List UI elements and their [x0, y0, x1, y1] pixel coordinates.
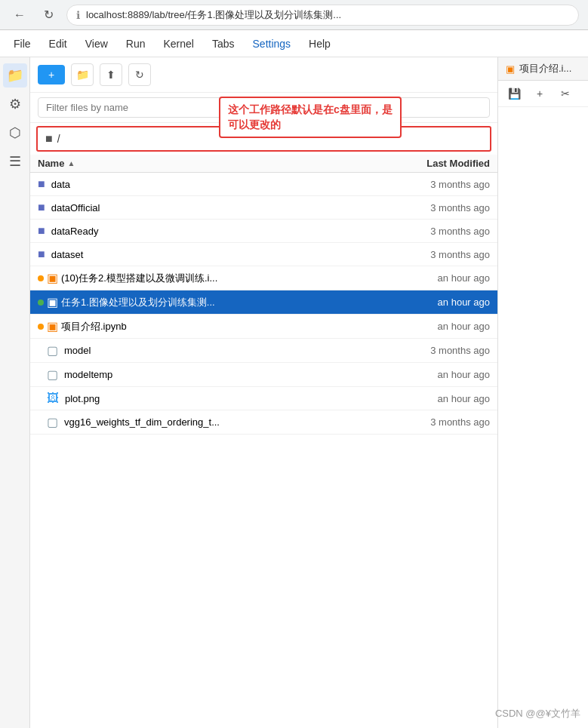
- file-row[interactable]: ▢ model 3 months ago: [30, 339, 497, 363]
- notebook-tab-label: 项目介绍.i...: [519, 62, 571, 75]
- file-modified: 3 months ago: [384, 416, 490, 428]
- file-modified: 3 months ago: [384, 345, 490, 356]
- file-modified: 3 months ago: [384, 249, 490, 260]
- folder-icon: ■: [38, 247, 45, 261]
- file-row[interactable]: ■ dataOfficial 3 months ago: [30, 196, 497, 220]
- file-modified: an hour ago: [384, 296, 490, 308]
- folder-plus-icon: 📁: [76, 69, 89, 81]
- file-modified: 3 months ago: [384, 202, 490, 213]
- file-list: ■ data 3 months ago ■ dataOfficial 3 mon…: [30, 173, 497, 728]
- cut-button[interactable]: ✂: [556, 84, 575, 103]
- file-modified: an hour ago: [384, 272, 490, 284]
- file-row[interactable]: ■ dataset 3 months ago: [30, 243, 497, 266]
- file-name: dataOfficial: [51, 202, 384, 213]
- annotation-text: 这个工作路径默认是在c盘里面，是可以更改的: [228, 103, 393, 131]
- right-panel-toolbar: 💾 + ✂: [498, 81, 588, 107]
- menu-kernel[interactable]: Kernel: [155, 35, 201, 53]
- file-toolbar: + 📁 ⬆ ↻: [30, 57, 497, 93]
- save-icon: 💾: [508, 88, 521, 100]
- file-icon: ▢: [47, 415, 58, 429]
- kernel-running-dot: [38, 299, 44, 306]
- image-icon: 🖼: [47, 392, 59, 405]
- file-name: (10)任务2.模型搭建以及微调训练.i...: [61, 272, 384, 285]
- file-icon: ▢: [47, 343, 58, 358]
- save-button[interactable]: 💾: [504, 84, 524, 103]
- folder-icon: ■: [38, 224, 45, 238]
- file-name: 项目介绍.ipynb: [61, 320, 384, 333]
- sidebar-extensions-icon[interactable]: ⬡: [3, 121, 27, 145]
- file-row[interactable]: ▣ 项目介绍.ipynb an hour ago: [30, 315, 497, 339]
- file-name: model: [64, 345, 384, 356]
- menu-bar: File Edit View Run Kernel Tabs Settings …: [0, 30, 588, 57]
- scissors-icon: ✂: [561, 88, 570, 100]
- col-modified-header[interactable]: Last Modified: [384, 158, 490, 169]
- menu-edit[interactable]: Edit: [42, 35, 75, 53]
- folder-icon: ■: [38, 177, 45, 191]
- new-folder-button[interactable]: 📁: [71, 63, 94, 86]
- file-row[interactable]: ▣ 任务1.图像处理以及划分训练集测... an hour ago: [30, 290, 497, 315]
- upload-button[interactable]: ⬆: [100, 63, 122, 86]
- browser-chrome: ← ↻ ℹ localhost:8889/lab/tree/任务1.图像处理以及…: [0, 0, 588, 30]
- add-cell-button[interactable]: +: [530, 84, 550, 103]
- path-text: /: [57, 133, 60, 145]
- menu-settings[interactable]: Settings: [245, 35, 299, 53]
- file-name: data: [51, 179, 384, 190]
- refresh-icon: ↻: [135, 69, 144, 81]
- back-button[interactable]: ←: [9, 5, 30, 26]
- menu-help[interactable]: Help: [301, 35, 338, 53]
- file-row[interactable]: 🖼 plot.png an hour ago: [30, 387, 497, 410]
- kernel-idle-dot: [38, 324, 44, 330]
- file-name: 任务1.图像处理以及划分训练集测...: [61, 296, 384, 309]
- main-content: + 📁 ⬆ ↻ ■ / Name ▲: [30, 57, 588, 728]
- kernel-idle-dot: [38, 275, 44, 281]
- new-button[interactable]: +: [38, 65, 65, 84]
- menu-view[interactable]: View: [78, 35, 115, 53]
- right-panel: ▣ 项目介绍.i... 💾 + ✂: [498, 57, 588, 728]
- notebook-tab-icon: ▣: [506, 63, 515, 75]
- file-row[interactable]: ■ data 3 months ago: [30, 173, 497, 196]
- menu-run[interactable]: Run: [119, 35, 153, 53]
- file-name: plot.png: [65, 393, 384, 404]
- sidebar-menu-icon[interactable]: ☰: [3, 149, 27, 174]
- file-name: dataReady: [51, 226, 384, 237]
- sidebar-settings-icon[interactable]: ⚙: [3, 92, 27, 116]
- file-row[interactable]: ▢ modeltemp an hour ago: [30, 363, 497, 387]
- sidebar-files-icon[interactable]: 📁: [3, 63, 27, 88]
- file-modified: an hour ago: [384, 393, 490, 404]
- file-row[interactable]: ▢ vgg16_weights_tf_dim_ordering_t... 3 m…: [30, 410, 497, 435]
- file-name: dataset: [51, 249, 384, 260]
- csdn-watermark: CSDN @@¥文竹羊: [495, 707, 580, 720]
- add-icon: +: [537, 88, 543, 100]
- col-name-header[interactable]: Name ▲: [38, 158, 384, 169]
- file-modified: an hour ago: [384, 369, 490, 380]
- upload-icon: ⬆: [106, 69, 115, 81]
- annotation-bubble: 这个工作路径默认是在c盘里面，是可以更改的: [219, 97, 402, 138]
- file-modified: 3 months ago: [384, 226, 490, 237]
- file-icon: ▢: [47, 367, 58, 382]
- menu-tabs[interactable]: Tabs: [205, 35, 242, 53]
- path-folder-icon: ■: [45, 132, 53, 146]
- notebook-icon: ▣: [47, 271, 58, 285]
- file-modified: 3 months ago: [384, 179, 490, 190]
- folder-icon: ■: [38, 201, 45, 214]
- address-bar: ℹ localhost:8889/lab/tree/任务1.图像处理以及划分训练…: [66, 5, 579, 26]
- refresh-files-button[interactable]: ↻: [128, 63, 151, 86]
- col-headers: Name ▲ Last Modified: [30, 155, 497, 173]
- info-icon: ℹ: [76, 9, 80, 21]
- file-name: vgg16_weights_tf_dim_ordering_t...: [64, 416, 384, 428]
- new-plus-icon: +: [48, 69, 54, 81]
- file-row[interactable]: ■ dataReady 3 months ago: [30, 220, 497, 243]
- file-modified: an hour ago: [384, 321, 490, 332]
- notebook-selected-icon: ▣: [47, 295, 58, 309]
- file-name: modeltemp: [64, 369, 384, 380]
- file-row[interactable]: ▣ (10)任务2.模型搭建以及微调训练.i... an hour ago: [30, 266, 497, 290]
- notebook-tab[interactable]: ▣ 项目介绍.i...: [498, 57, 588, 81]
- refresh-button[interactable]: ↻: [38, 5, 59, 26]
- sidebar-left: 📁 ⚙ ⬡ ☰: [0, 57, 30, 728]
- sort-arrow-icon: ▲: [67, 159, 75, 167]
- notebook-icon: ▣: [47, 319, 58, 333]
- url-text: localhost:8889/lab/tree/任务1.图像处理以及划分训练集测…: [86, 8, 341, 22]
- menu-file[interactable]: File: [6, 35, 38, 53]
- file-panel: + 📁 ⬆ ↻ ■ / Name ▲: [30, 57, 498, 728]
